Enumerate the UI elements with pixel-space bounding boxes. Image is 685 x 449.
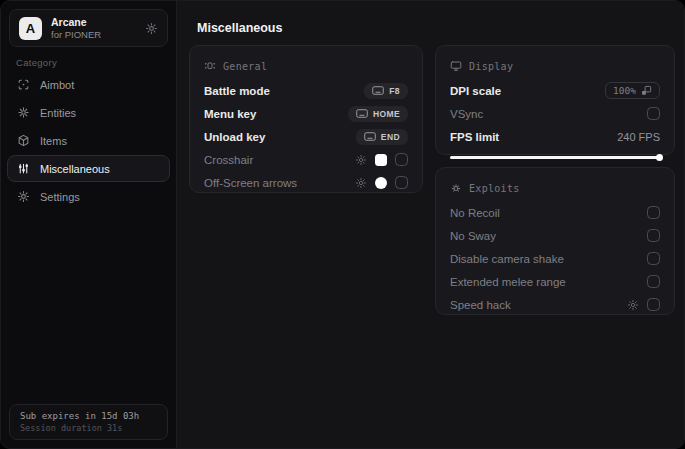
- scale-icon: [641, 85, 652, 96]
- sidebar-item-items[interactable]: Items: [7, 127, 170, 154]
- category-label: Category: [16, 57, 57, 68]
- fps-limit-value: 240 FPS: [617, 131, 660, 143]
- sidebar-item-label: Items: [40, 135, 67, 147]
- row-label: VSync: [450, 108, 483, 120]
- no-sway-row: No Sway: [450, 224, 660, 247]
- disable-camera-shake-checkbox[interactable]: [647, 252, 660, 265]
- sidebar-item-label: Entities: [40, 107, 76, 119]
- app-subtitle: for PIONER: [51, 29, 136, 41]
- grid-dots-icon: [204, 60, 216, 72]
- entities-icon: [17, 106, 30, 119]
- sidebar-nav: Aimbot Entities Items Miscellaneous: [7, 71, 170, 211]
- sidebar-item-aimbot[interactable]: Aimbot: [7, 71, 170, 98]
- crosshair-row: Crosshair: [204, 148, 408, 171]
- crosshair-color-swatch[interactable]: [375, 154, 387, 166]
- sub-expires-text: Sub expires in 15d 03h: [20, 411, 157, 421]
- battle-mode-row: Battle mode F8: [204, 79, 408, 102]
- no-sway-checkbox[interactable]: [647, 229, 660, 242]
- row-label: DPI scale: [450, 85, 501, 97]
- panel-title: Exploits: [469, 183, 520, 194]
- row-label: Extended melee range: [450, 276, 566, 288]
- gear-icon[interactable]: [355, 177, 367, 189]
- app-logo: A: [19, 17, 42, 40]
- brand-card: A Arcane for PIONER: [9, 9, 168, 47]
- cube-icon: [17, 134, 30, 147]
- speed-hack-row: Speed hack: [450, 293, 660, 316]
- vsync-checkbox[interactable]: [647, 107, 660, 120]
- row-label: Off-Screen arrows: [204, 177, 297, 189]
- keyboard-icon: [356, 109, 368, 118]
- row-label: FPS limit: [450, 131, 499, 143]
- keyboard-icon: [364, 132, 376, 141]
- row-label: Battle mode: [204, 85, 270, 97]
- extended-melee-range-row: Extended melee range: [450, 270, 660, 293]
- row-label: Disable camera shake: [450, 253, 564, 265]
- panel-title: General: [223, 61, 267, 72]
- gear-icon[interactable]: [627, 299, 639, 311]
- dpi-scale-badge[interactable]: 100%: [605, 82, 660, 99]
- gear-icon: [17, 190, 30, 203]
- page-title: Miscellaneous: [197, 21, 282, 35]
- display-panel: Display DPI scale 100% VSync FPS limit 2…: [435, 45, 675, 155]
- crosshair-icon: [17, 78, 30, 91]
- subscription-card: Sub expires in 15d 03h Session duration …: [9, 404, 168, 440]
- keyboard-icon: [372, 86, 384, 95]
- disable-camera-shake-row: Disable camera shake: [450, 247, 660, 270]
- row-label: No Recoil: [450, 207, 500, 219]
- row-label: Menu key: [204, 108, 256, 120]
- sidebar-item-label: Settings: [40, 191, 80, 203]
- sidebar-item-label: Aimbot: [40, 79, 74, 91]
- sidebar-item-settings[interactable]: Settings: [7, 183, 170, 210]
- battle-mode-keybind[interactable]: F8: [364, 83, 408, 99]
- no-recoil-row: No Recoil: [450, 201, 660, 224]
- menu-keybind[interactable]: HOME: [348, 106, 408, 122]
- sidebar-item-label: Miscellaneous: [40, 163, 110, 175]
- gear-icon[interactable]: [145, 22, 158, 35]
- sidebar-item-entities[interactable]: Entities: [7, 99, 170, 126]
- row-label: Crosshair: [204, 154, 253, 166]
- exploits-panel: Exploits No Recoil No Sway Disable camer…: [435, 167, 675, 315]
- row-label: Speed hack: [450, 299, 511, 311]
- vsync-row: VSync: [450, 102, 660, 125]
- main-content: Miscellaneous General Battle mode F8 Men…: [177, 1, 684, 448]
- gear-icon[interactable]: [355, 154, 367, 166]
- menu-key-row: Menu key HOME: [204, 102, 408, 125]
- sidebar-item-miscellaneous[interactable]: Miscellaneous: [7, 155, 170, 182]
- slider-fill: [450, 156, 660, 159]
- fps-limit-slider[interactable]: [450, 154, 660, 161]
- session-duration-text: Session duration 31s: [20, 423, 157, 433]
- dpi-scale-row: DPI scale 100%: [450, 79, 660, 102]
- bug-icon: [450, 182, 462, 194]
- unload-key-row: Unload key END: [204, 125, 408, 148]
- speed-hack-checkbox[interactable]: [647, 298, 660, 311]
- no-recoil-checkbox[interactable]: [647, 206, 660, 219]
- monitor-icon: [450, 60, 462, 72]
- general-panel: General Battle mode F8 Menu key HOME Unl…: [189, 45, 423, 193]
- extended-melee-range-checkbox[interactable]: [647, 275, 660, 288]
- slider-knob[interactable]: [656, 154, 663, 161]
- panel-title: Display: [469, 61, 513, 72]
- sidebar: A Arcane for PIONER Category Aimbot: [1, 1, 177, 448]
- fps-limit-row: FPS limit 240 FPS: [450, 125, 660, 148]
- offscreen-arrows-row: Off-Screen arrows: [204, 171, 408, 194]
- app-name: Arcane: [51, 16, 136, 29]
- offscreen-arrows-checkbox[interactable]: [395, 176, 408, 189]
- crosshair-checkbox[interactable]: [395, 153, 408, 166]
- app-window: A Arcane for PIONER Category Aimbot: [0, 0, 685, 449]
- sliders-icon: [17, 162, 30, 175]
- row-label: Unload key: [204, 131, 265, 143]
- unload-keybind[interactable]: END: [356, 129, 408, 145]
- row-label: No Sway: [450, 230, 496, 242]
- offscreen-arrows-color-swatch[interactable]: [375, 177, 387, 189]
